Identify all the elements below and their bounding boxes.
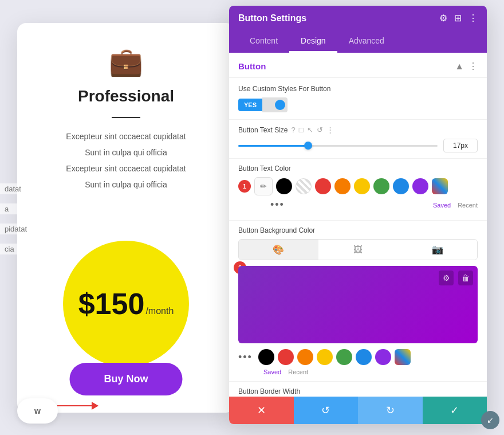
price-section: $150 /month xyxy=(63,241,189,367)
preview-settings-icon[interactable]: ⚙ xyxy=(439,271,454,285)
panel-header-icons: ⚙ ⊞ ⋮ xyxy=(439,13,478,23)
tab-design[interactable]: Design xyxy=(289,30,337,53)
more-colors-btn[interactable]: ••• xyxy=(270,199,285,211)
tab-advanced[interactable]: Advanced xyxy=(337,30,396,53)
toggle-container[interactable]: YES xyxy=(238,97,478,112)
text-color-field: Button Text Color 1 ✏ ••• Saved Recent xyxy=(229,159,487,221)
bg-color-purple[interactable] xyxy=(375,349,391,365)
border-width-label: Button Border Width xyxy=(238,387,478,395)
confirm-icon: ✓ xyxy=(450,404,459,417)
cancel-button[interactable]: ✕ xyxy=(229,397,294,424)
arrow-indicator xyxy=(57,402,99,410)
panel-body: Button ▲ ⋮ Use Custom Styles For Button … xyxy=(229,53,487,397)
more-options-icon[interactable]: ⋮ xyxy=(326,126,334,134)
color-preview-actions: ⚙ 🗑 xyxy=(439,271,473,285)
custom-styles-label: Use Custom Styles For Button xyxy=(238,85,478,93)
color-edit[interactable] xyxy=(432,178,448,194)
bottom-tab-label: w xyxy=(34,406,41,416)
custom-styles-field: Use Custom Styles For Button YES xyxy=(229,78,487,120)
text-color-recent[interactable]: Recent xyxy=(458,202,478,209)
feature-3: Excepteur sint occaecat cupidatat xyxy=(34,164,218,173)
settings-icon[interactable]: ⚙ xyxy=(439,13,447,23)
tab-content[interactable]: Content xyxy=(238,30,289,53)
feature-2: Sunt in culpa qui officia xyxy=(34,148,218,157)
color-purple[interactable] xyxy=(412,178,428,194)
bg-color-label: Button Background Color xyxy=(238,226,478,234)
target-icon[interactable]: ↖ xyxy=(307,126,313,134)
text-color-saved[interactable]: Saved xyxy=(433,202,451,209)
slider-fill xyxy=(238,145,308,147)
device-icon[interactable]: □ xyxy=(299,126,304,134)
buy-now-button[interactable]: Buy Now xyxy=(69,363,182,395)
slider-track[interactable] xyxy=(238,145,438,147)
bg-tab-gradient[interactable]: 🖼 xyxy=(318,240,398,260)
text-size-label: Button Text Size xyxy=(238,126,288,134)
preview-delete-icon[interactable]: 🗑 xyxy=(458,271,473,285)
cancel-icon: ✕ xyxy=(257,404,266,417)
color-preview-block: ⚙ 🗑 xyxy=(238,266,478,343)
price: $150 xyxy=(78,287,145,321)
bg-color-row: ••• xyxy=(238,349,478,365)
feature-1: Excepteur sint occaecat cupidatat xyxy=(34,132,218,141)
collapse-icon[interactable]: ▲ xyxy=(455,61,464,72)
bg-color-green[interactable] xyxy=(336,349,352,365)
bottom-tab: w xyxy=(17,398,58,424)
cutoff-4: cia xyxy=(0,244,32,254)
undo-button[interactable]: ↺ xyxy=(294,397,359,424)
color-black[interactable] xyxy=(276,178,292,194)
cutoff-1: datat xyxy=(0,183,32,194)
text-color-badge: 1 xyxy=(238,180,251,193)
toggle-yes-label: YES xyxy=(238,99,262,111)
bg-color-saved[interactable]: Saved xyxy=(263,369,281,375)
color-blue[interactable] xyxy=(393,178,409,194)
bg-tab-solid[interactable]: 🎨 xyxy=(239,240,318,260)
color-yellow[interactable] xyxy=(354,178,370,194)
bg-more-colors-btn[interactable]: ••• xyxy=(238,351,253,363)
slider-value[interactable]: 17px xyxy=(443,139,478,152)
panel-title: Button Settings xyxy=(238,13,306,23)
button-settings-panel: Button Settings ⚙ ⊞ ⋮ Content Design Adv… xyxy=(229,6,487,424)
text-size-label-row: Button Text Size ? □ ↖ ↺ ⋮ xyxy=(238,126,478,134)
toggle-knob xyxy=(275,100,285,110)
text-color-label: Button Text Color xyxy=(238,164,478,173)
bg-color-orange[interactable] xyxy=(297,349,313,365)
card-divider xyxy=(112,117,140,118)
reset-icon[interactable]: ↺ xyxy=(317,126,323,134)
section-controls: ▲ ⋮ xyxy=(455,61,478,72)
bg-color-edit[interactable] xyxy=(395,349,411,365)
more-icon[interactable]: ⋮ xyxy=(468,13,478,23)
color-orange[interactable] xyxy=(334,178,351,194)
action-bar: ✕ ↺ ↻ ✓ xyxy=(229,397,487,424)
bg-color-black[interactable] xyxy=(258,349,274,365)
redo-button[interactable]: ↻ xyxy=(358,397,423,424)
feature-4: Sunt in culpa qui officia xyxy=(34,180,218,189)
color-transparent[interactable] xyxy=(296,178,312,194)
section-title: Button xyxy=(238,61,266,71)
bg-color-recent[interactable]: Recent xyxy=(288,369,308,375)
bg-color-yellow[interactable] xyxy=(317,349,333,365)
section-more-icon[interactable]: ⋮ xyxy=(468,61,478,72)
card-title: Professional xyxy=(78,87,174,105)
redo-icon: ↻ xyxy=(386,404,395,417)
panel-header: Button Settings ⚙ ⊞ ⋮ xyxy=(229,6,487,30)
card-features: Excepteur sint occaecat cupidatat Sunt i… xyxy=(34,132,218,196)
undo-icon: ↺ xyxy=(321,404,330,417)
color-green[interactable] xyxy=(373,178,389,194)
confirm-button[interactable]: ✓ xyxy=(423,397,487,424)
bg-color-red[interactable] xyxy=(278,349,294,365)
toggle-slider[interactable] xyxy=(262,97,288,112)
slider-row: 17px xyxy=(238,139,478,152)
arrow-line xyxy=(57,405,92,406)
bg-tab-image[interactable]: 📷 xyxy=(397,240,477,260)
price-period: /month xyxy=(145,306,174,316)
eyedropper-btn[interactable]: ✏ xyxy=(254,177,273,195)
bottom-right-icon[interactable]: ↙ xyxy=(481,411,499,429)
slider-thumb[interactable] xyxy=(304,142,312,150)
bg-color-tabs: 🎨 🖼 📷 xyxy=(238,239,478,260)
help-icon[interactable]: ? xyxy=(292,126,296,134)
color-red[interactable] xyxy=(315,178,331,194)
layout-icon[interactable]: ⊞ xyxy=(454,13,462,23)
text-size-field: Button Text Size ? □ ↖ ↺ ⋮ 17px xyxy=(229,120,487,159)
bg-color-blue[interactable] xyxy=(356,349,372,365)
cutoff-3: pidatat xyxy=(0,224,32,234)
